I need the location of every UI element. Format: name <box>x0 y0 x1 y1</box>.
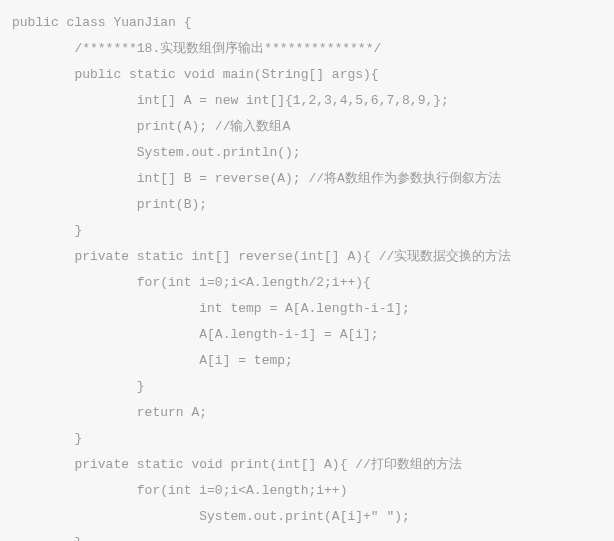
code-line: public class YuanJian { <box>12 10 602 36</box>
code-line: /*******18.实现数组倒序输出**************/ <box>12 36 602 62</box>
code-line: for(int i=0;i<A.length;i++) <box>12 478 602 504</box>
code-line: System.out.print(A[i]+" "); <box>12 504 602 530</box>
code-line: A[A.length-i-1] = A[i]; <box>12 322 602 348</box>
code-line: } <box>12 218 602 244</box>
code-line: A[i] = temp; <box>12 348 602 374</box>
code-line: } <box>12 426 602 452</box>
code-line: public static void main(String[] args){ <box>12 62 602 88</box>
code-line: System.out.println(); <box>12 140 602 166</box>
code-line: private static int[] reverse(int[] A){ /… <box>12 244 602 270</box>
code-line: int[] B = reverse(A); //将A数组作为参数执行倒叙方法 <box>12 166 602 192</box>
code-line: } <box>12 530 602 541</box>
code-block: public class YuanJian { /*******18.实现数组倒… <box>0 0 614 541</box>
code-line: for(int i=0;i<A.length/2;i++){ <box>12 270 602 296</box>
code-line: int temp = A[A.length-i-1]; <box>12 296 602 322</box>
code-line: } <box>12 374 602 400</box>
code-line: private static void print(int[] A){ //打印… <box>12 452 602 478</box>
code-line: return A; <box>12 400 602 426</box>
code-line: print(A); //输入数组A <box>12 114 602 140</box>
code-line: int[] A = new int[]{1,2,3,4,5,6,7,8,9,}; <box>12 88 602 114</box>
code-line: print(B); <box>12 192 602 218</box>
